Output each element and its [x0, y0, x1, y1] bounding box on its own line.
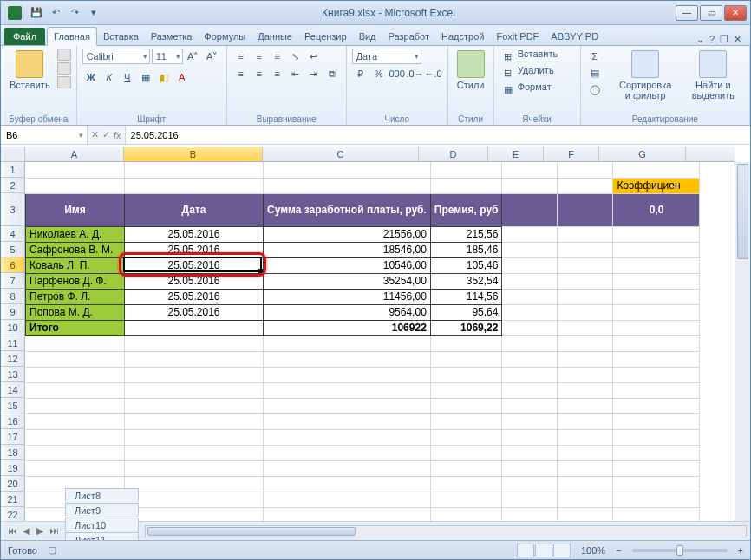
cell-E22[interactable] [502, 507, 558, 521]
minimize-button[interactable]: — [676, 5, 698, 21]
underline-button[interactable]: Ч [119, 69, 136, 85]
cell-E7[interactable] [502, 273, 558, 289]
formula-input[interactable]: 25.05.2016 [126, 126, 750, 144]
cell-D18[interactable] [430, 445, 502, 460]
qat-customize[interactable]: ▾ [86, 5, 101, 21]
cell-C7[interactable]: 35254,00 [264, 273, 431, 289]
cell-G8[interactable] [613, 289, 700, 304]
row-header-21[interactable]: 21 [1, 492, 24, 507]
cell-D15[interactable] [430, 398, 502, 413]
ribbon-tab-разметка[interactable]: Разметка [145, 28, 199, 45]
font-size-combo[interactable]: 11 [152, 49, 183, 64]
cell-G16[interactable] [613, 413, 700, 429]
cell-G20[interactable] [613, 476, 700, 492]
cell-G6[interactable] [613, 257, 700, 273]
cell-B5[interactable]: 25.05.2016 [125, 242, 264, 257]
cell-G5[interactable] [613, 242, 700, 257]
percent-icon[interactable]: % [370, 66, 388, 81]
ribbon-tab-надстрой[interactable]: Надстрой [435, 28, 490, 45]
cell-E17[interactable] [502, 429, 558, 445]
cell-D13[interactable] [430, 367, 502, 382]
cell-E12[interactable] [502, 351, 558, 367]
paste-button[interactable]: Вставить [6, 49, 54, 92]
cell-A19[interactable] [26, 460, 125, 476]
page-layout-view-button[interactable] [535, 544, 552, 557]
ribbon-tab-foxit pdf[interactable]: Foxit PDF [490, 28, 545, 45]
cell-E6[interactable] [502, 257, 558, 273]
fx-icon[interactable]: fx [114, 130, 121, 140]
cell-A16[interactable] [26, 413, 125, 429]
cell-G2[interactable]: Коэффициен [613, 178, 700, 193]
row-header-12[interactable]: 12 [1, 351, 24, 367]
cells-format-button[interactable]: ▦Формат [500, 81, 552, 97]
cell-E9[interactable] [502, 304, 558, 320]
cell-G19[interactable] [613, 460, 700, 476]
cell-D14[interactable] [430, 382, 502, 398]
cell-B8[interactable]: 25.05.2016 [125, 289, 264, 304]
qat-undo[interactable]: ↶ [48, 5, 63, 21]
row-header-1[interactable]: 1 [1, 162, 24, 178]
enter-formula-icon[interactable]: ✓ [102, 129, 110, 140]
qat-redo[interactable]: ↷ [67, 5, 82, 21]
cell-D12[interactable] [430, 351, 502, 367]
tabs-prev-icon[interactable]: ◀ [20, 525, 32, 537]
cells-area[interactable]: КоэффициенИмяДатаСумма заработной платы,… [25, 162, 735, 521]
cell-C11[interactable] [264, 335, 431, 351]
wrap-text-icon[interactable]: ↩ [305, 49, 323, 64]
cell-G1[interactable] [613, 162, 700, 178]
cell-styles-button[interactable]: Стили [454, 49, 488, 92]
cell-G13[interactable] [613, 367, 700, 382]
cell-G15[interactable] [613, 398, 700, 413]
cell-D1[interactable] [430, 162, 502, 178]
maximize-button[interactable]: ▭ [700, 5, 722, 21]
cell-B15[interactable] [125, 398, 264, 413]
cell-B12[interactable] [125, 351, 264, 367]
column-header-B[interactable]: B [124, 147, 263, 161]
zoom-out-button[interactable]: − [616, 545, 621, 556]
cell-E5[interactable] [502, 242, 558, 257]
row-header-14[interactable]: 14 [1, 382, 24, 398]
cell-D21[interactable] [430, 492, 502, 507]
sheet-tab-Лист10[interactable]: Лист10 [65, 518, 139, 532]
cell-E20[interactable] [502, 476, 558, 492]
cell-G21[interactable] [613, 492, 700, 507]
align-left-icon[interactable]: ≡ [232, 66, 250, 81]
cell-C14[interactable] [264, 382, 431, 398]
cancel-formula-icon[interactable]: ✕ [91, 129, 99, 140]
cell-B18[interactable] [125, 445, 264, 460]
cell-E8[interactable] [502, 289, 558, 304]
border-icon[interactable]: ▦ [137, 69, 154, 85]
cell-E1[interactable] [502, 162, 558, 178]
cell-B6[interactable]: 25.05.2016 [125, 257, 264, 273]
ribbon-tab-данные[interactable]: Данные [251, 28, 298, 45]
cell-D5[interactable]: 185,46 [430, 242, 502, 257]
cell-C21[interactable] [264, 492, 431, 507]
cell-G22[interactable] [613, 507, 700, 521]
tabs-first-icon[interactable]: ⏮ [6, 525, 18, 537]
cell-A9[interactable]: Попова М. Д. [26, 304, 125, 320]
row-header-15[interactable]: 15 [1, 398, 24, 413]
cut-icon[interactable] [57, 49, 71, 61]
cell-G11[interactable] [613, 335, 700, 351]
cell-F2[interactable] [558, 178, 613, 193]
bold-button[interactable]: Ж [82, 69, 100, 85]
copy-icon[interactable] [57, 62, 71, 75]
cell-F21[interactable] [558, 492, 613, 507]
cell-A10[interactable]: Итого [26, 320, 125, 335]
ribbon-tab-вид[interactable]: Вид [353, 28, 382, 45]
cell-G14[interactable] [613, 382, 700, 398]
decrease-indent-icon[interactable]: ⇤ [287, 66, 304, 81]
increase-font-icon[interactable]: A˄ [185, 49, 202, 64]
row-header-7[interactable]: 7 [1, 273, 24, 289]
cell-B4[interactable]: 25.05.2016 [125, 226, 264, 242]
cell-A11[interactable] [26, 335, 125, 351]
row-header-8[interactable]: 8 [1, 289, 24, 304]
cell-C19[interactable] [264, 460, 431, 476]
ribbon-tab-рецензир[interactable]: Рецензир [298, 28, 353, 45]
row-header-10[interactable]: 10 [1, 320, 24, 335]
cell-A7[interactable]: Парфенов Д. Ф. [26, 273, 125, 289]
find-select-button[interactable]: Найти и выделить [682, 49, 744, 102]
align-center-icon[interactable]: ≡ [251, 66, 268, 81]
column-header-C[interactable]: C [263, 147, 419, 161]
cell-B19[interactable] [125, 460, 264, 476]
